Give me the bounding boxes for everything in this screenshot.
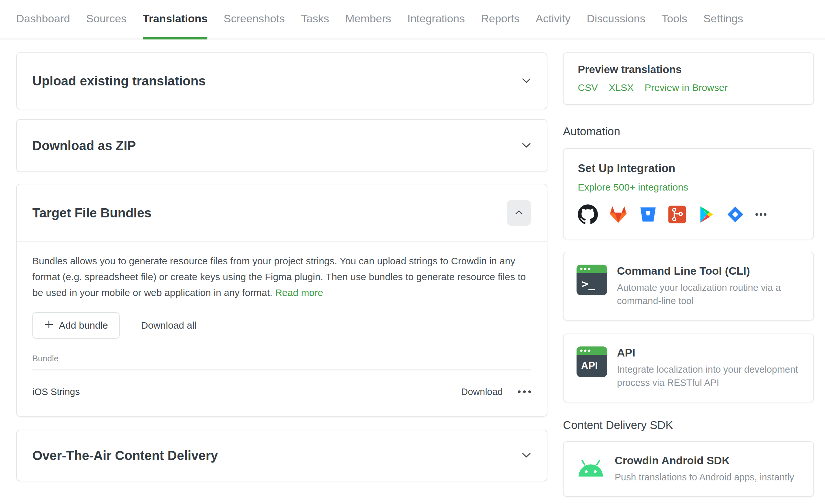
preview-translations-card: Preview translations CSV XLSX Preview in… (563, 52, 814, 105)
bundle-row-actions: Download (461, 386, 531, 397)
tab-settings[interactable]: Settings (703, 0, 743, 40)
add-bundle-button[interactable]: Add bundle (32, 312, 120, 339)
google-play-icon[interactable] (697, 205, 716, 224)
table-row: iOS Strings Download (32, 370, 531, 397)
preview-in-browser-link[interactable]: Preview in Browser (645, 82, 728, 93)
bundle-download-link[interactable]: Download (461, 386, 503, 397)
bundles-table: Bundle iOS Strings Download (32, 354, 531, 397)
upload-translations-title: Upload existing translations (32, 74, 206, 88)
preview-csv-link[interactable]: CSV (578, 82, 598, 93)
cli-text: Command Line Tool (CLI) Automate your lo… (617, 265, 798, 308)
android-sdk-description: Push translations to Android apps, insta… (615, 471, 794, 484)
setup-integration-title: Set Up Integration (578, 162, 799, 175)
collapse-button[interactable] (507, 200, 531, 226)
chevron-down-icon (522, 452, 531, 459)
plus-icon (44, 319, 54, 332)
setup-integration-card: Set Up Integration Explore 500+ integrat… (563, 148, 814, 239)
read-more-link[interactable]: Read more (275, 287, 323, 298)
target-file-bundles-title: Target File Bundles (32, 206, 151, 220)
tab-dashboard[interactable]: Dashboard (16, 0, 70, 40)
tab-reports[interactable]: Reports (481, 0, 520, 40)
chevron-down-icon (522, 77, 531, 85)
ota-panel: Over-The-Air Content Delivery (16, 430, 547, 481)
tab-tools[interactable]: Tools (662, 0, 687, 40)
translations-main-column: Upload existing translations Download as… (16, 52, 547, 481)
tab-sources[interactable]: Sources (86, 0, 127, 40)
add-bundle-label: Add bundle (59, 320, 108, 331)
api-description: Integrate localization into your develop… (617, 363, 798, 389)
upload-translations-panel: Upload existing translations (16, 52, 547, 110)
content-delivery-sdk-heading: Content Delivery SDK (563, 419, 814, 432)
preview-xlsx-link[interactable]: XLSX (609, 82, 634, 93)
target-file-bundles-header[interactable]: Target File Bundles (17, 185, 547, 241)
android-sdk-title: Crowdin Android SDK (615, 454, 794, 467)
api-text: API Integrate localization into your dev… (617, 347, 798, 389)
download-zip-panel: Download as ZIP (16, 119, 547, 172)
chevron-up-icon (515, 210, 523, 216)
download-all-link[interactable]: Download all (141, 320, 197, 331)
automation-heading: Automation (563, 125, 814, 138)
github-icon[interactable] (578, 205, 598, 224)
cli-card[interactable]: >_ Command Line Tool (CLI) Automate your… (563, 252, 814, 320)
preview-translations-title: Preview translations (578, 63, 799, 76)
ota-header[interactable]: Over-The-Air Content Delivery (17, 430, 547, 481)
ota-title: Over-The-Air Content Delivery (32, 448, 218, 463)
bundle-name: iOS Strings (32, 386, 80, 397)
right-rail: Preview translations CSV XLSX Preview in… (563, 52, 814, 497)
api-card[interactable]: API API Integrate localization into your… (563, 334, 814, 403)
bitbucket-icon[interactable] (639, 205, 657, 224)
jira-icon[interactable] (726, 205, 745, 224)
tab-tasks[interactable]: Tasks (301, 0, 329, 40)
svg-text:>_: >_ (582, 277, 595, 290)
android-sdk-text: Crowdin Android SDK Push translations to… (615, 454, 794, 484)
tab-activity[interactable]: Activity (536, 0, 571, 40)
terminal-icon: >_ (577, 265, 607, 297)
cli-title: Command Line Tool (CLI) (617, 265, 798, 277)
tab-screenshots[interactable]: Screenshots (224, 0, 285, 40)
download-zip-title: Download as ZIP (32, 138, 136, 153)
explore-integrations-link[interactable]: Explore 500+ integrations (578, 182, 688, 193)
ellipsis-icon (518, 389, 531, 394)
bundles-actions: Add bundle Download all (32, 312, 531, 339)
integration-logos (578, 205, 799, 224)
download-zip-header[interactable]: Download as ZIP (17, 120, 547, 171)
bundles-description: Bundles allows you to generate resource … (32, 253, 531, 300)
api-title: API (617, 347, 798, 359)
tab-translations[interactable]: Translations (143, 0, 207, 40)
android-icon (577, 459, 605, 479)
upload-translations-header[interactable]: Upload existing translations (17, 53, 547, 109)
tab-integrations[interactable]: Integrations (407, 0, 465, 40)
project-tabs: Dashboard Sources Translations Screensho… (0, 0, 825, 40)
chevron-down-icon (522, 142, 531, 149)
svg-text:API: API (581, 360, 598, 371)
tab-discussions[interactable]: Discussions (587, 0, 645, 40)
cli-description: Automate your localization routine via a… (617, 281, 798, 308)
target-file-bundles-panel: Target File Bundles Bundles allows you t… (16, 184, 547, 417)
row-menu-button[interactable] (518, 389, 531, 394)
git-icon[interactable] (668, 205, 686, 224)
more-integrations-icon[interactable] (755, 213, 767, 216)
target-file-bundles-body: Bundles allows you to generate resource … (17, 242, 547, 416)
api-icon: API (577, 347, 607, 378)
gitlab-icon[interactable] (608, 205, 628, 223)
preview-links: CSV XLSX Preview in Browser (578, 82, 799, 93)
tab-members[interactable]: Members (345, 0, 391, 40)
bundle-column-header: Bundle (32, 354, 531, 370)
android-sdk-card[interactable]: Crowdin Android SDK Push translations to… (563, 441, 814, 497)
